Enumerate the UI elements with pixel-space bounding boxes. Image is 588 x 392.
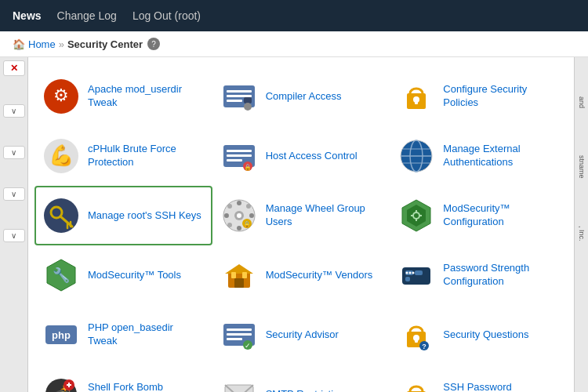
top-nav: News Change Log Log Out (root) bbox=[0, 0, 588, 31]
svg-rect-11 bbox=[415, 100, 418, 104]
security-questions-icon: ? bbox=[397, 316, 435, 354]
svg-point-64 bbox=[412, 272, 415, 274]
password-strength-icon bbox=[397, 256, 435, 294]
configure-security-policies-icon bbox=[397, 78, 435, 115]
help-icon[interactable]: ? bbox=[147, 38, 160, 50]
sidebar-v4[interactable]: ∨ bbox=[3, 229, 25, 242]
grid-item-ssh-password-auth[interactable]: + SSH Password Authorization Tweak bbox=[390, 365, 568, 392]
svg-rect-88 bbox=[410, 387, 423, 392]
breadcrumb-current: Security Center bbox=[67, 38, 143, 50]
security-grid: ⚙ Apache mod_userdir Tweak bbox=[34, 67, 568, 392]
svg-text:⚙: ⚙ bbox=[53, 85, 69, 105]
compiler-access-label: Compiler Access bbox=[266, 90, 342, 103]
host-access-control-icon: 🔒 bbox=[220, 137, 258, 175]
php-open-basedir-label: PHP open_basedir Tweak bbox=[88, 321, 205, 348]
grid-item-security-questions[interactable]: ? Security Questions bbox=[390, 305, 568, 365]
grid-item-modsecurity-vendors[interactable]: ModSecurity™ Vendors bbox=[212, 245, 390, 305]
sidebar-v1[interactable]: ∨ bbox=[3, 104, 25, 118]
shell-fork-bomb-label: Shell Fork Bomb Protection bbox=[88, 381, 205, 392]
smtp-restrictions-icon bbox=[220, 376, 258, 392]
svg-point-32 bbox=[237, 213, 241, 218]
grid-item-php-open-basedir[interactable]: php PHP open_basedir Tweak bbox=[34, 305, 212, 365]
apache-mod-userdir-icon: ⚙ bbox=[42, 78, 80, 115]
svg-text:?: ? bbox=[423, 343, 427, 350]
breadcrumb-home[interactable]: Home bbox=[28, 38, 56, 50]
grid-item-smtp-restrictions[interactable]: SMTP Restrictions bbox=[212, 365, 390, 392]
breadcrumb: 🏠 Home » Security Center ? bbox=[0, 31, 588, 57]
manage-wheel-group-icon: 🔒 bbox=[220, 197, 258, 234]
grid-item-security-advisor[interactable]: ✓ Security Advisor bbox=[212, 305, 390, 365]
nav-logout[interactable]: Log Out (root) bbox=[132, 0, 201, 31]
svg-point-36 bbox=[249, 213, 254, 218]
security-advisor-label: Security Advisor bbox=[266, 328, 339, 342]
svg-rect-5 bbox=[227, 100, 242, 102]
left-sidebar: ✕ ∨ ∨ ∨ ∨ bbox=[0, 57, 28, 392]
svg-rect-56 bbox=[231, 272, 236, 278]
manage-external-auth-icon bbox=[397, 137, 435, 175]
content-area: ⚙ Apache mod_userdir Tweak bbox=[28, 57, 574, 392]
svg-point-62 bbox=[406, 272, 408, 274]
configure-security-policies-label: Configure Security Policies bbox=[443, 83, 560, 110]
grid-item-cphulk-brute-force[interactable]: 💪 cPHulk Brute Force Protection bbox=[34, 126, 212, 186]
cphulk-brute-force-icon: 💪 bbox=[42, 137, 80, 175]
password-strength-label: Password Strength Configuration bbox=[443, 262, 560, 289]
security-questions-label: Security Questions bbox=[443, 328, 528, 342]
svg-point-33 bbox=[237, 201, 241, 205]
svg-rect-4 bbox=[227, 95, 252, 97]
manage-root-ssh-label: Manage root's SSH Keys bbox=[88, 209, 201, 223]
sidebar-close[interactable]: ✕ bbox=[3, 60, 25, 76]
svg-point-63 bbox=[409, 272, 412, 274]
svg-point-34 bbox=[237, 226, 241, 230]
grid-item-apache-mod-userdir[interactable]: ⚙ Apache mod_userdir Tweak bbox=[34, 67, 212, 126]
right-chevron-and: and bbox=[578, 96, 586, 108]
grid-item-shell-fork-bomb[interactable]: 💣 Shell Fork Bomb Protection bbox=[34, 365, 212, 392]
right-sidebar: and stname , Inc. bbox=[574, 57, 588, 392]
grid-item-host-access-control[interactable]: 🔒 Host Access Control bbox=[212, 126, 390, 186]
grid-item-modsecurity-config[interactable]: ModSecurity™ Configuration bbox=[390, 186, 568, 245]
svg-rect-60 bbox=[415, 270, 423, 275]
modsecurity-tools-label: ModSecurity™ Tools bbox=[88, 269, 181, 282]
svg-text:🔒: 🔒 bbox=[243, 220, 251, 228]
svg-point-7 bbox=[244, 103, 252, 111]
host-access-control-label: Host Access Control bbox=[266, 150, 358, 163]
grid-item-manage-wheel-group[interactable]: 🔒 Manage Wheel Group Users bbox=[212, 186, 390, 245]
manage-root-ssh-icon bbox=[42, 197, 80, 234]
svg-text:✓: ✓ bbox=[245, 342, 251, 350]
svg-rect-69 bbox=[227, 333, 252, 336]
manage-external-auth-label: Manage External Authentications bbox=[443, 143, 560, 169]
grid-item-configure-security-policies[interactable]: Configure Security Policies bbox=[390, 67, 568, 126]
grid-item-modsecurity-tools[interactable]: 🔧 ModSecurity™ Tools bbox=[34, 245, 212, 305]
modsecurity-config-icon bbox=[397, 197, 435, 234]
shell-fork-bomb-icon: 💣 bbox=[42, 376, 80, 392]
sidebar-v3[interactable]: ∨ bbox=[3, 187, 25, 201]
svg-text:💪: 💪 bbox=[49, 143, 74, 168]
main-layout: ✕ ∨ ∨ ∨ ∨ ⚙ Apache mod_userdir Tweak bbox=[0, 57, 588, 392]
svg-rect-3 bbox=[227, 90, 252, 93]
modsecurity-vendors-icon bbox=[220, 256, 258, 294]
grid-item-password-strength[interactable]: Password Strength Configuration bbox=[390, 245, 568, 305]
php-open-basedir-icon: php bbox=[42, 316, 80, 354]
apache-mod-userdir-label: Apache mod_userdir Tweak bbox=[88, 83, 205, 110]
svg-rect-76 bbox=[415, 338, 418, 343]
grid-item-compiler-access[interactable]: Compiler Access bbox=[212, 67, 390, 126]
nav-changelog[interactable]: Change Log bbox=[57, 0, 117, 31]
ssh-password-auth-label: SSH Password Authorization Tweak bbox=[443, 381, 560, 392]
modsecurity-config-label: ModSecurity™ Configuration bbox=[443, 202, 560, 229]
sidebar-v2[interactable]: ∨ bbox=[3, 146, 25, 159]
svg-text:🔒: 🔒 bbox=[244, 163, 252, 171]
cphulk-brute-force-label: cPHulk Brute Force Protection bbox=[88, 143, 205, 169]
svg-rect-70 bbox=[227, 338, 242, 340]
svg-rect-6 bbox=[244, 97, 252, 103]
nav-news[interactable]: News bbox=[13, 0, 42, 31]
svg-rect-17 bbox=[227, 159, 242, 162]
svg-text:🔧: 🔧 bbox=[53, 267, 71, 284]
svg-rect-61 bbox=[405, 277, 410, 281]
svg-point-40 bbox=[227, 223, 232, 227]
modsecurity-tools-icon: 🔧 bbox=[42, 256, 80, 294]
smtp-restrictions-label: SMTP Restrictions bbox=[266, 388, 350, 392]
security-advisor-icon: ✓ bbox=[220, 316, 258, 354]
svg-point-35 bbox=[224, 213, 229, 218]
grid-item-manage-root-ssh[interactable]: Manage root's SSH Keys bbox=[34, 186, 212, 245]
grid-item-manage-external-auth[interactable]: Manage External Authentications bbox=[390, 126, 568, 186]
home-icon: 🏠 bbox=[13, 38, 25, 50]
